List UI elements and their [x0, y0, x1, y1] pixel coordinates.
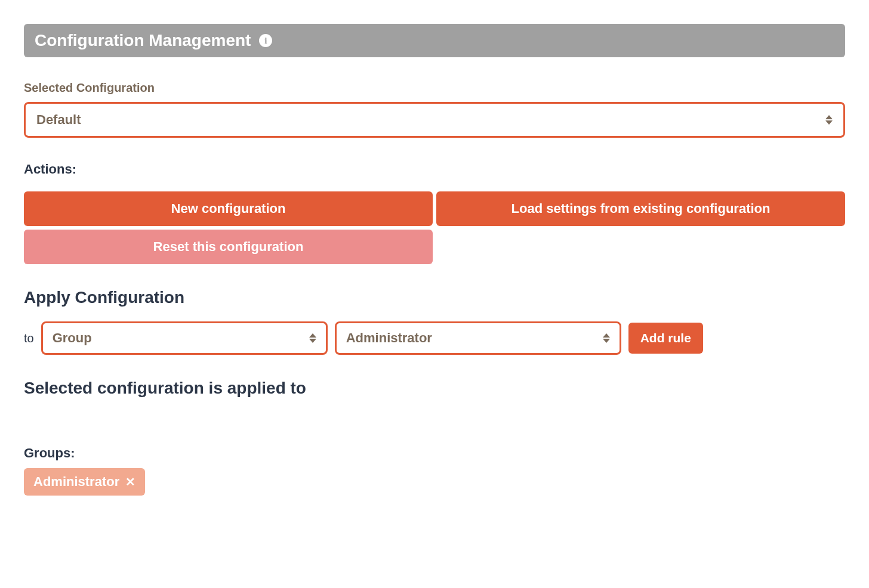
groups-tags: Administrator ✕: [24, 468, 845, 496]
reset-configuration-button[interactable]: Reset this configuration: [24, 230, 433, 264]
config-management-header: Configuration Management i: [24, 24, 845, 57]
selected-config-value: Default: [36, 112, 81, 128]
group-tag: Administrator ✕: [24, 468, 145, 496]
selected-config-label: Selected Configuration: [24, 81, 845, 95]
apply-configuration-heading: Apply Configuration: [24, 288, 845, 307]
group-tag-label: Administrator: [33, 474, 119, 490]
applied-to-heading: Selected configuration is applied to: [24, 379, 845, 398]
info-icon[interactable]: i: [259, 34, 272, 47]
target-value-dropdown[interactable]: Administrator: [335, 321, 621, 355]
close-icon[interactable]: ✕: [125, 475, 135, 489]
chevron-updown-icon: [309, 333, 316, 343]
target-type-dropdown[interactable]: Group: [41, 321, 328, 355]
groups-label: Groups:: [24, 445, 845, 461]
page-title: Configuration Management: [35, 31, 251, 50]
load-settings-button[interactable]: Load settings from existing configuratio…: [436, 191, 845, 226]
action-buttons: New configuration Load settings from exi…: [24, 191, 845, 264]
to-label: to: [24, 332, 34, 345]
add-rule-button[interactable]: Add rule: [628, 323, 703, 354]
new-configuration-button[interactable]: New configuration: [24, 191, 433, 226]
target-type-value: Group: [53, 330, 92, 346]
apply-config-row: to Group Administrator Add rule: [24, 321, 845, 355]
chevron-updown-icon: [825, 115, 833, 125]
selected-config-dropdown[interactable]: Default: [24, 102, 845, 138]
target-value: Administrator: [346, 330, 432, 346]
chevron-updown-icon: [603, 333, 610, 343]
actions-label: Actions:: [24, 162, 845, 177]
